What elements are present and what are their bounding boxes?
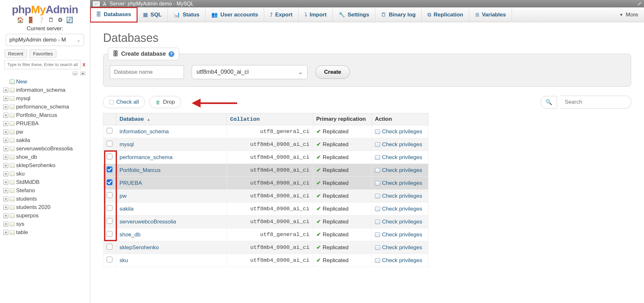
exit-icon[interactable]: 🚪 <box>27 17 34 23</box>
row-collation-cell[interactable]: utf8_general_ci <box>227 228 313 241</box>
tab-binary-log[interactable]: 🗒Binary log <box>375 7 422 22</box>
check-privileges-link[interactable]: Check privileges <box>382 244 422 251</box>
tree-item-students[interactable]: +students <box>1 195 89 203</box>
col-header-collation[interactable]: Collation <box>227 113 313 125</box>
tab-databases[interactable]: 🗄Databases <box>90 7 137 22</box>
tab-settings[interactable]: 🔧Settings <box>333 7 375 22</box>
check-privileges-link[interactable]: Check privileges <box>382 141 422 147</box>
tree-item-PRUEBA[interactable]: +PRUEBA <box>1 119 89 128</box>
expand-icon[interactable]: + <box>3 180 8 185</box>
tab-sql[interactable]: ▦SQL <box>137 7 168 22</box>
expand-icon[interactable]: + <box>3 146 8 151</box>
drop-button[interactable]: 🗑 Drop <box>149 96 181 108</box>
tab-user-accounts[interactable]: 👥User accounts <box>206 7 264 22</box>
tab-import[interactable]: ⤵Import <box>299 7 333 22</box>
tree-filter-input[interactable] <box>5 60 81 69</box>
server-select[interactable]: phpMyAdmin demo - M ⌄ <box>6 34 84 46</box>
database-link[interactable]: mysql <box>120 141 134 147</box>
expand-icon[interactable]: + <box>3 205 8 210</box>
row-checkbox[interactable] <box>107 166 112 172</box>
row-collation-cell[interactable]: utf8mb4_0900_ai_ci <box>227 215 313 228</box>
expand-icon[interactable]: + <box>3 188 8 193</box>
check-all-button[interactable]: Check all <box>103 96 145 108</box>
favorites-tab[interactable]: Favorites <box>30 49 57 58</box>
tab-export[interactable]: ⤴Export <box>264 7 299 22</box>
home-icon[interactable]: 🏠 <box>17 17 24 23</box>
check-privileges-link[interactable]: Check privileges <box>382 180 422 186</box>
database-link[interactable]: sklepSerohenko <box>120 244 159 251</box>
collation-select[interactable]: utf8mb4_0900_ai_ci ⌄ <box>192 65 308 79</box>
tab-variables[interactable]: ≣Variables <box>469 7 512 22</box>
database-search-input[interactable] <box>560 96 631 109</box>
tree-item-sakila[interactable]: +sakila <box>1 136 89 145</box>
database-link[interactable]: information_schema <box>120 128 169 135</box>
check-privileges-link[interactable]: Check privileges <box>382 257 422 263</box>
row-checkbox[interactable] <box>107 244 112 250</box>
tree-item-sku[interactable]: +sku <box>1 170 89 178</box>
help-bubble-icon[interactable]: ? <box>168 51 174 57</box>
expand-icon[interactable]: ⤢ <box>637 1 641 7</box>
expand-icon[interactable]: + <box>3 196 8 202</box>
expand-icon[interactable]: + <box>3 163 8 168</box>
expand-icon[interactable]: + <box>3 88 8 93</box>
row-collation-cell[interactable]: utf8mb4_0900_ai_ci <box>227 177 313 190</box>
tree-item-superpos[interactable]: +superpos <box>1 212 89 220</box>
row-collation-cell[interactable]: utf8mb4_0900_ai_ci <box>227 254 313 267</box>
collapse-tree-icon[interactable]: – <box>72 71 78 75</box>
help-icon[interactable]: ❔ <box>38 17 45 23</box>
expand-icon[interactable]: + <box>3 171 8 176</box>
create-button[interactable]: Create <box>315 65 350 79</box>
row-checkbox[interactable] <box>107 128 112 134</box>
expand-icon[interactable]: + <box>3 222 8 227</box>
row-checkbox[interactable] <box>107 179 112 185</box>
row-checkbox[interactable] <box>107 205 112 211</box>
expand-icon[interactable]: + <box>3 155 8 160</box>
database-name-input[interactable] <box>110 65 184 79</box>
database-link[interactable]: Portfolio_Marcus <box>120 167 161 173</box>
tree-item-Portfolio_Marcus[interactable]: +Portfolio_Marcus <box>1 111 89 119</box>
tree-item-sklepSerohenko[interactable]: +sklepSerohenko <box>1 161 89 170</box>
check-privileges-link[interactable]: Check privileges <box>382 193 422 199</box>
database-link[interactable]: sakila <box>120 206 133 212</box>
tree-item-table[interactable]: +table <box>1 228 89 237</box>
back-icon[interactable]: ← <box>93 1 100 6</box>
row-collation-cell[interactable]: utf8mb4_0900_ai_ci <box>227 164 313 177</box>
check-privileges-link[interactable]: Check privileges <box>382 206 422 212</box>
col-header-database[interactable]: Database ▲ <box>116 113 226 125</box>
check-privileges-link[interactable]: Check privileges <box>382 219 422 225</box>
tree-item-Stefano[interactable]: +Stefano <box>1 186 89 195</box>
tab-more[interactable]: ▼More <box>613 7 644 22</box>
database-link[interactable]: performance_schema <box>120 154 172 160</box>
expand-icon[interactable]: + <box>3 104 8 109</box>
recent-tab[interactable]: Recent <box>5 49 27 58</box>
expand-icon[interactable]: + <box>3 138 8 143</box>
row-collation-cell[interactable]: utf8mb4_0900_ai_ci <box>227 138 313 151</box>
database-link[interactable]: pw <box>120 193 127 199</box>
tree-item-sys[interactable]: +sys <box>1 220 89 228</box>
expand-icon[interactable]: + <box>3 230 8 235</box>
row-collation-cell[interactable]: utf8_general_ci <box>227 125 313 138</box>
check-privileges-link[interactable]: Check privileges <box>382 232 422 238</box>
expand-icon[interactable]: + <box>3 213 8 218</box>
row-checkbox[interactable] <box>107 231 112 237</box>
expand-icon[interactable]: + <box>3 96 8 101</box>
row-checkbox[interactable] <box>107 141 112 147</box>
logo[interactable]: phpMyAdmin <box>0 3 90 16</box>
tab-status[interactable]: 📊Status <box>168 7 206 22</box>
tree-item-information_schema[interactable]: +information_schema <box>1 86 89 94</box>
row-checkbox[interactable] <box>107 154 112 159</box>
sql-icon[interactable]: 🗒 <box>48 17 54 23</box>
link-icon[interactable]: ⚭ <box>80 71 85 75</box>
tree-item-students-2020[interactable]: +students 2020 <box>1 203 89 212</box>
check-privileges-link[interactable]: Check privileges <box>382 128 422 135</box>
tree-item-shoe_db[interactable]: +shoe_db <box>1 153 89 161</box>
tree-item-pw[interactable]: +pw <box>1 128 89 136</box>
database-link[interactable]: PRUEBA <box>120 180 142 186</box>
clear-filter-icon[interactable]: X <box>82 62 85 67</box>
search-icon[interactable]: 🔍 <box>541 96 557 109</box>
settings-icon[interactable]: ⚙ <box>58 17 63 23</box>
database-link[interactable]: serveruwebcoBressolia <box>120 219 176 225</box>
check-privileges-link[interactable]: Check privileges <box>382 167 422 173</box>
row-collation-cell[interactable]: utf8mb4_0900_ai_ci <box>227 203 313 215</box>
expand-icon[interactable]: + <box>3 113 8 118</box>
